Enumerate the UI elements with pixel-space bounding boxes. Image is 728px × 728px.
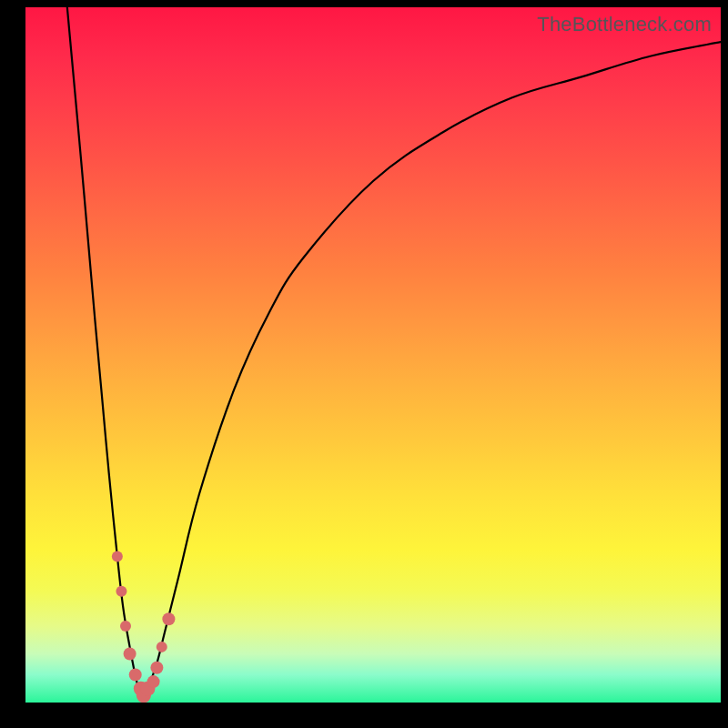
curve-right-branch [144, 42, 721, 703]
marker-point [157, 642, 167, 652]
chart-container: TheBottleneck.com [0, 0, 728, 728]
curve-layer [25, 7, 721, 703]
marker-point [147, 675, 160, 688]
marker-point [116, 586, 126, 597]
marker-point [162, 612, 175, 625]
marker-point [124, 648, 136, 661]
marker-point [120, 621, 131, 632]
marker-point [129, 668, 142, 681]
curve-right-branch [144, 42, 721, 703]
marker-point [150, 662, 163, 674]
plot-area: TheBottleneck.com [25, 7, 721, 703]
curve-left-branch [67, 7, 144, 703]
curve-left-branch [67, 7, 144, 703]
marker-point [112, 551, 123, 562]
